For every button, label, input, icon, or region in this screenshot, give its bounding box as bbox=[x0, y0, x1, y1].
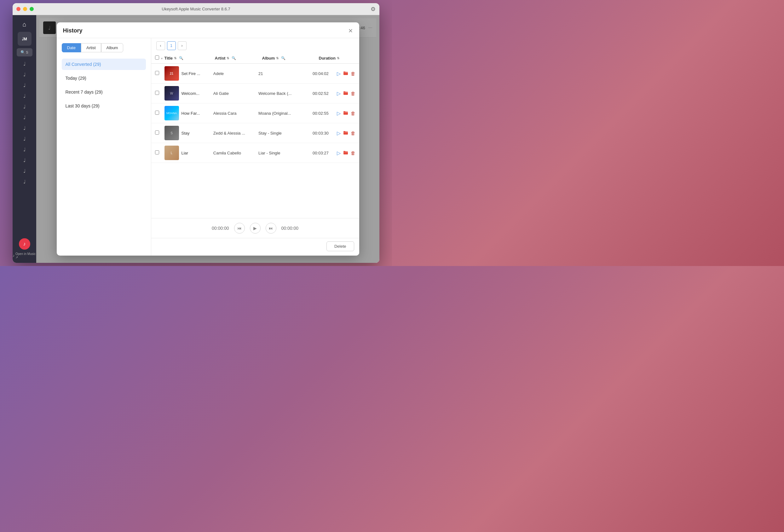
filter-today[interactable]: Today (29) bbox=[62, 73, 146, 84]
svg-rect-9 bbox=[343, 151, 345, 152]
sidebar-item-10[interactable]: ♩ bbox=[18, 156, 31, 165]
delete-button[interactable]: Delete bbox=[327, 242, 354, 251]
svg-rect-7 bbox=[343, 131, 345, 132]
app-body: ⌂ ♩M 🔍 S ♩ ♩ ♩ ♩ ♩ ♩ ♩ ♩ ♩ ♩ ♩ ♩ ♪ bbox=[12, 15, 380, 263]
track-duration: 00:03:27 bbox=[313, 151, 337, 156]
sidebar-item-2[interactable]: ♩ bbox=[18, 69, 31, 79]
row-checkbox[interactable] bbox=[155, 131, 159, 135]
player-prev-button[interactable]: ⏮ bbox=[234, 223, 245, 233]
row-actions: ▷ 🗑 bbox=[337, 110, 356, 116]
sidebar-item-3[interactable]: ♩ bbox=[18, 80, 31, 90]
filter-recent-7[interactable]: Recent 7 days (29) bbox=[62, 86, 146, 98]
sidebar-logo: ♩M bbox=[18, 32, 31, 46]
track-table: ▾ Title ⇅ 🔍 Artist ⇅ bbox=[151, 53, 359, 218]
modal-header: History ✕ bbox=[57, 22, 359, 38]
filter-all-converted[interactable]: All Converted (29) bbox=[62, 59, 146, 70]
show-in-folder-button[interactable] bbox=[343, 150, 348, 156]
minimize-button[interactable] bbox=[23, 7, 27, 11]
delete-track-button[interactable]: 🗑 bbox=[351, 111, 356, 116]
titlebar: Ukeysoft Apple Music Converter 8.6.7 ⚙ bbox=[12, 3, 380, 15]
duration-sort-icon[interactable]: ⇅ bbox=[337, 56, 339, 60]
filter-tab-date[interactable]: Date bbox=[62, 43, 81, 52]
play-button[interactable]: ▷ bbox=[337, 71, 341, 77]
album-search-icon[interactable]: 🔍 bbox=[281, 56, 285, 60]
search-icon: 🔍 bbox=[21, 50, 25, 55]
select-all-checkbox[interactable] bbox=[155, 55, 159, 60]
row-checkbox[interactable] bbox=[155, 71, 159, 75]
sidebar-item-4[interactable]: ♩ bbox=[18, 91, 31, 101]
modal-body: Date Artist Album All Converted (29) Tod… bbox=[57, 38, 359, 256]
player-next-button[interactable]: ⏭ bbox=[265, 223, 276, 233]
music-note-icon: ♩ bbox=[23, 168, 26, 174]
row-checkbox[interactable] bbox=[155, 91, 159, 95]
modal-close-button[interactable]: ✕ bbox=[348, 28, 353, 34]
show-in-folder-button[interactable] bbox=[343, 130, 348, 136]
pagination: ‹ 1 › bbox=[151, 38, 359, 53]
track-thumbnail: MOANA bbox=[165, 106, 179, 120]
svg-rect-5 bbox=[343, 111, 345, 112]
player-play-button[interactable]: ▶ bbox=[250, 223, 260, 233]
music-note-icon: ♩ bbox=[23, 136, 26, 142]
header-checkbox-col: ▾ bbox=[155, 55, 165, 61]
show-in-folder-button[interactable] bbox=[343, 71, 348, 77]
svg-rect-3 bbox=[343, 91, 345, 92]
open-music-button[interactable]: ♪ Open in Music ↗ bbox=[12, 252, 36, 259]
show-in-folder-button[interactable] bbox=[343, 110, 348, 116]
maximize-button[interactable] bbox=[30, 7, 34, 11]
play-button[interactable]: ▷ bbox=[337, 90, 341, 96]
artist-header: Artist ⇅ 🔍 bbox=[215, 56, 262, 60]
row-actions: ▷ 🗑 bbox=[337, 71, 356, 77]
prev-track-icon: ⏮ bbox=[237, 226, 242, 231]
sidebar-search[interactable]: 🔍 S bbox=[17, 48, 32, 56]
row-checkbox[interactable] bbox=[155, 111, 159, 115]
filter-tab-album[interactable]: Album bbox=[101, 43, 123, 52]
sidebar-item-1[interactable]: ♩ bbox=[18, 59, 31, 68]
sidebar-item-12[interactable]: ♩ bbox=[18, 177, 31, 186]
artist-search-icon[interactable]: 🔍 bbox=[232, 56, 236, 60]
delete-track-button[interactable]: 🗑 bbox=[351, 150, 356, 156]
music-note-icon: ♩ bbox=[23, 104, 26, 110]
add-music-button[interactable]: ♪ bbox=[19, 238, 30, 250]
track-title: Stay bbox=[181, 131, 213, 136]
prev-page-button[interactable]: ‹ bbox=[156, 41, 165, 50]
show-in-folder-button[interactable] bbox=[343, 90, 348, 96]
svg-rect-1 bbox=[343, 72, 345, 73]
current-page-button[interactable]: 1 bbox=[167, 41, 176, 50]
sidebar-home-icon[interactable]: ⌂ bbox=[20, 18, 29, 31]
sidebar-item-7[interactable]: ♩ bbox=[18, 123, 31, 133]
track-album: Liar - Single bbox=[258, 151, 313, 156]
album-header: Album ⇅ 🔍 bbox=[262, 56, 319, 60]
delete-track-button[interactable]: 🗑 bbox=[351, 91, 356, 96]
sidebar-item-9[interactable]: ♩ bbox=[18, 145, 31, 154]
title-search-icon[interactable]: 🔍 bbox=[179, 56, 184, 60]
track-row: L Liar Camila Cabello Liar - Single 00:0… bbox=[151, 143, 359, 163]
filter-tab-artist[interactable]: Artist bbox=[81, 43, 101, 52]
music-note-icon: ♩ bbox=[23, 114, 26, 120]
close-button[interactable] bbox=[17, 7, 21, 11]
play-button[interactable]: ▷ bbox=[337, 130, 341, 136]
gear-icon[interactable]: ⚙ bbox=[370, 6, 375, 12]
row-checkbox-col bbox=[155, 71, 165, 76]
delete-track-button[interactable]: 🗑 bbox=[351, 131, 356, 136]
sidebar-item-8[interactable]: ♩ bbox=[18, 134, 31, 143]
row-checkbox-col bbox=[155, 130, 165, 136]
artist-sort-icon[interactable]: ⇅ bbox=[227, 56, 229, 60]
sidebar-item-6[interactable]: ♩ bbox=[18, 113, 31, 122]
sidebar-item-11[interactable]: ♩ bbox=[18, 166, 31, 175]
row-actions: ▷ 🗑 bbox=[337, 90, 356, 96]
app-title: Ukeysoft Apple Music Converter 8.6.7 bbox=[162, 7, 230, 11]
filter-last-30[interactable]: Last 30 days (29) bbox=[62, 100, 146, 112]
track-title: Set Fire ... bbox=[181, 71, 213, 76]
player-time-end: 00:00:00 bbox=[281, 226, 299, 231]
delete-track-button[interactable]: 🗑 bbox=[351, 71, 356, 76]
title-sort-icon[interactable]: ⇅ bbox=[174, 56, 176, 60]
album-sort-icon[interactable]: ⇅ bbox=[276, 56, 279, 60]
sidebar-item-5[interactable]: ♩ bbox=[18, 102, 31, 111]
play-button[interactable]: ▷ bbox=[337, 110, 341, 116]
play-button[interactable]: ▷ bbox=[337, 150, 341, 156]
next-page-button[interactable]: › bbox=[178, 41, 187, 50]
track-thumbnail: S bbox=[165, 126, 179, 140]
app-window: Ukeysoft Apple Music Converter 8.6.7 ⚙ ⌂… bbox=[12, 3, 380, 263]
row-checkbox[interactable] bbox=[155, 150, 159, 155]
left-panel: Date Artist Album All Converted (29) Tod… bbox=[57, 38, 151, 256]
